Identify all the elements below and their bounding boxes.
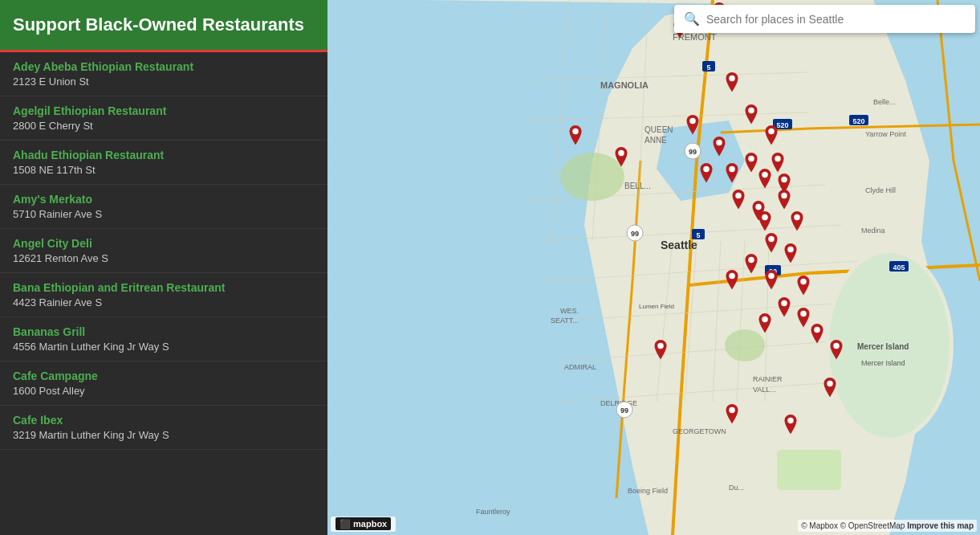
- map-pin[interactable]: [807, 324, 827, 348]
- svg-point-111: [833, 343, 840, 349]
- map-pin[interactable]: [651, 340, 670, 364]
- svg-point-90: [703, 166, 710, 173]
- svg-text:BELL...: BELL...: [624, 182, 651, 190]
- svg-point-84: [572, 129, 579, 135]
- svg-point-88: [749, 108, 755, 114]
- svg-point-107: [781, 300, 787, 306]
- svg-point-104: [729, 273, 735, 280]
- search-input[interactable]: [706, 13, 966, 26]
- map-pin[interactable]: [787, 211, 807, 235]
- map-pin[interactable]: [697, 163, 716, 187]
- svg-point-98: [781, 193, 787, 199]
- svg-text:MAGNOLIA: MAGNOLIA: [600, 80, 649, 90]
- svg-rect-39: [777, 450, 841, 490]
- svg-text:Seattle: Seattle: [661, 239, 697, 251]
- restaurant-name: Bana Ethiopian and Eritrean Restaurant: [13, 281, 315, 294]
- map-container: MAGNOLIA QUEEN ANNE BELL... Seattle WES.…: [327, 0, 980, 535]
- svg-point-108: [762, 316, 768, 322]
- svg-point-113: [657, 343, 664, 349]
- svg-point-100: [795, 214, 801, 221]
- map-pin[interactable]: [820, 378, 840, 402]
- svg-text:99: 99: [620, 406, 628, 415]
- svg-point-91: [729, 166, 735, 173]
- map-pin[interactable]: [762, 270, 781, 294]
- map-pin[interactable]: [710, 137, 729, 161]
- map-pin[interactable]: [722, 163, 742, 187]
- restaurant-address: 4423 Rainier Ave S: [13, 296, 315, 308]
- restaurant-address: 12621 Renton Ave S: [13, 252, 315, 264]
- map-pin[interactable]: [775, 297, 794, 321]
- restaurant-item[interactable]: Ahadu Ethiopian Restaurant 1508 NE 117th…: [0, 141, 327, 185]
- svg-text:Boeing Field: Boeing Field: [628, 487, 668, 495]
- svg-point-93: [762, 172, 768, 178]
- restaurant-item[interactable]: Cafe Campagne 1600 Post Alley: [0, 361, 327, 406]
- search-icon: 🔍: [684, 11, 700, 27]
- restaurant-item[interactable]: Angel City Deli 12621 Renton Ave S: [0, 229, 327, 273]
- restaurant-item[interactable]: Adey Abeba Ethiopian Restaurant 2123 E U…: [0, 50, 327, 96]
- svg-text:SEATT...: SEATT...: [551, 317, 579, 325]
- restaurant-address: 3219 Martin Luther King Jr Way S: [13, 429, 315, 441]
- restaurant-item[interactable]: Bana Ethiopian and Eritrean Restaurant 4…: [0, 273, 327, 317]
- restaurant-item[interactable]: Agelgil Ethiopian Restaurant 2800 E Cher…: [0, 96, 327, 141]
- map-pin[interactable]: [827, 340, 846, 364]
- map-pin[interactable]: [722, 72, 742, 96]
- restaurant-item[interactable]: Cafe Ibex 3219 Martin Luther King Jr Way…: [0, 406, 327, 450]
- map-svg: MAGNOLIA QUEEN ANNE BELL... Seattle WES.…: [327, 0, 980, 535]
- svg-text:Belle...: Belle...: [873, 98, 896, 106]
- svg-point-96: [735, 193, 742, 199]
- svg-point-105: [768, 273, 775, 280]
- map-pin[interactable]: [755, 211, 775, 235]
- svg-point-94: [775, 156, 781, 162]
- svg-point-95: [781, 177, 787, 183]
- restaurant-name: Adey Abeba Ethiopian Restaurant: [13, 60, 315, 73]
- svg-point-110: [814, 327, 820, 333]
- map-pin[interactable]: [683, 115, 702, 139]
- map-pin[interactable]: [722, 404, 742, 428]
- map-pin[interactable]: [755, 313, 775, 337]
- map-pin[interactable]: [722, 270, 742, 294]
- map-pin[interactable]: [729, 190, 748, 214]
- svg-text:Mercer Island: Mercer Island: [857, 342, 909, 351]
- map-pin[interactable]: [566, 125, 585, 149]
- map-pin[interactable]: [781, 415, 800, 439]
- svg-text:405: 405: [893, 263, 905, 272]
- svg-text:Mercer Island: Mercer Island: [861, 359, 905, 367]
- restaurant-address: 1600 Post Alley: [13, 385, 315, 397]
- map-pin[interactable]: [762, 233, 781, 257]
- map-pin[interactable]: [775, 190, 794, 214]
- map-pin[interactable]: [762, 125, 781, 149]
- map-pin[interactable]: [612, 147, 631, 171]
- svg-point-109: [801, 311, 807, 317]
- svg-point-86: [690, 118, 697, 125]
- restaurant-name: Cafe Campagne: [13, 370, 315, 382]
- restaurant-name: Cafe Ibex: [13, 414, 315, 427]
- map-pin[interactable]: [742, 254, 761, 278]
- svg-text:Medina: Medina: [861, 227, 885, 235]
- restaurant-item[interactable]: Bananas Grill 4556 Martin Luther King Jr…: [0, 317, 327, 361]
- map-pin[interactable]: [742, 104, 761, 129]
- svg-point-83: [729, 76, 735, 82]
- svg-text:Clyde Hill: Clyde Hill: [865, 186, 896, 194]
- svg-point-87: [716, 140, 722, 146]
- svg-text:RAINIER: RAINIER: [753, 375, 783, 383]
- map-pin[interactable]: [794, 276, 813, 300]
- svg-point-112: [827, 380, 833, 386]
- map-pin[interactable]: [781, 243, 800, 268]
- svg-point-115: [787, 418, 794, 424]
- svg-text:ADMIRAL: ADMIRAL: [564, 363, 596, 371]
- svg-text:5: 5: [706, 63, 710, 71]
- svg-point-92: [749, 156, 755, 162]
- map-pin[interactable]: [768, 153, 787, 177]
- svg-text:QUEEN: QUEEN: [645, 125, 673, 134]
- search-bar[interactable]: 🔍: [674, 5, 975, 33]
- restaurant-name: Bananas Grill: [13, 325, 315, 338]
- restaurant-name: Agelgil Ethiopian Restaurant: [13, 104, 315, 117]
- map-attribution: © Mapbox © OpenStreetMap Improve this ma…: [798, 520, 977, 532]
- svg-text:GEORGETOWN: GEORGETOWN: [673, 427, 726, 435]
- restaurant-list: Adey Abeba Ethiopian Restaurant 2123 E U…: [0, 50, 327, 450]
- svg-point-114: [729, 407, 735, 414]
- restaurant-item[interactable]: Amy's Merkato 5710 Rainier Ave S: [0, 185, 327, 229]
- svg-point-102: [787, 247, 794, 253]
- svg-text:ANNE: ANNE: [645, 136, 667, 145]
- restaurant-address: 2800 E Cherry St: [13, 120, 315, 132]
